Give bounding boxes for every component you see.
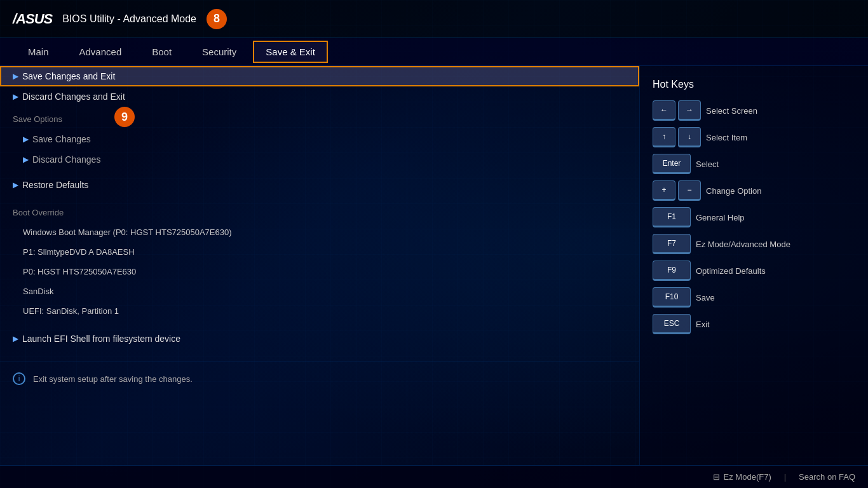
- key-f10: F10: [653, 287, 691, 308]
- key-group: F7: [653, 234, 691, 254]
- hotkey-label: Select: [696, 159, 719, 169]
- ez-mode-icon: ⊟: [713, 472, 720, 482]
- arrow-icon: ▶: [23, 135, 29, 144]
- arrow-icon: ▶: [13, 72, 18, 81]
- section-boot-override: Boot Override: [0, 200, 639, 222]
- menu-label: Discard Changes and Exit: [22, 92, 125, 102]
- tab-boot[interactable]: Boot: [137, 38, 187, 65]
- tab-security[interactable]: Security: [187, 38, 252, 65]
- key-group: F1: [653, 207, 691, 227]
- ez-mode-item[interactable]: ⊟ Ez Mode(F7): [713, 472, 771, 482]
- key-group: Enter: [653, 154, 691, 174]
- hotkeys-title: Hot Keys: [653, 79, 855, 90]
- hotkey-label: Select Item: [706, 133, 747, 142]
- header: /ASUS BIOS Utility - Advanced Mode 8: [0, 0, 868, 38]
- tab-save-exit[interactable]: Save & Exit: [253, 41, 328, 63]
- key-minus: −: [678, 180, 701, 201]
- info-icon: i: [13, 372, 25, 385]
- main-area: ▶ Save Changes and Exit ▶ Discard Change…: [0, 66, 868, 465]
- boot-item-sandisk[interactable]: SanDisk: [0, 281, 639, 301]
- boot-label: SanDisk: [23, 287, 53, 296]
- section-label: Boot Override: [13, 208, 64, 217]
- step-badge-9: 9: [114, 107, 135, 127]
- ez-mode-label: Ez Mode(F7): [724, 472, 771, 482]
- info-text: Exit system setup after saving the chang…: [33, 374, 193, 384]
- boot-item-windows[interactable]: Windows Boot Manager (P0: HGST HTS725050…: [0, 222, 639, 242]
- step-badge-8: 8: [207, 9, 227, 29]
- menu-label: Launch EFI Shell from filesystem device: [22, 334, 180, 344]
- key-group: ESC: [653, 314, 691, 334]
- boot-label: P1: SlimtypeDVD A DA8AESH: [23, 247, 135, 257]
- key-f7: F7: [653, 234, 691, 254]
- asus-logo: /ASUS: [13, 11, 52, 27]
- hotkey-label: Exit: [696, 320, 710, 329]
- key-plus: +: [653, 180, 675, 201]
- menu-label: Save Changes and Exit: [22, 71, 115, 81]
- boot-item-uefi-sandisk[interactable]: UEFI: SanDisk, Partition 1: [0, 301, 639, 321]
- hotkey-label: Change Option: [706, 186, 761, 196]
- boot-label: Windows Boot Manager (P0: HGST HTS725050…: [23, 227, 232, 237]
- faq-label: Search on FAQ: [799, 472, 855, 482]
- boot-item-dvd[interactable]: P1: SlimtypeDVD A DA8AESH: [0, 242, 639, 262]
- key-right-arrow: →: [678, 100, 701, 121]
- left-panel: ▶ Save Changes and Exit ▶ Discard Change…: [0, 66, 639, 465]
- boot-label: P0: HGST HTS725050A7E630: [23, 267, 136, 276]
- menu-item-discard-exit[interactable]: ▶ Discard Changes and Exit: [0, 86, 639, 107]
- section-save-options: Save Options: [0, 107, 639, 129]
- info-bar: i Exit system setup after saving the cha…: [0, 362, 639, 395]
- key-enter: Enter: [653, 154, 691, 174]
- key-esc: ESC: [653, 314, 691, 334]
- tab-advanced[interactable]: Advanced: [64, 38, 137, 65]
- menu-item-restore-defaults[interactable]: ▶ Restore Defaults: [0, 175, 639, 195]
- hotkey-save: F10 Save: [653, 287, 855, 308]
- hotkey-exit: ESC Exit: [653, 314, 855, 334]
- menu-label: Discard Changes: [32, 154, 100, 165]
- bottom-divider: |: [784, 472, 786, 482]
- key-f9: F9: [653, 261, 691, 281]
- key-left-arrow: ←: [653, 100, 675, 121]
- arrow-icon: ▶: [13, 92, 18, 101]
- bottom-bar: ⊟ Ez Mode(F7) | Search on FAQ: [0, 465, 868, 488]
- key-group: F10: [653, 287, 691, 308]
- arrow-icon: ▶: [13, 334, 18, 343]
- key-group: F9: [653, 261, 691, 281]
- bios-title: BIOS Utility - Advanced Mode: [62, 13, 196, 25]
- menu-item-efi-shell[interactable]: ▶ Launch EFI Shell from filesystem devic…: [0, 329, 639, 349]
- tab-main[interactable]: Main: [13, 38, 64, 65]
- nav-tabs: Main Advanced Boot Security Save & Exit: [0, 38, 868, 66]
- arrow-icon: ▶: [13, 180, 18, 189]
- key-up-arrow: ↑: [653, 127, 675, 147]
- hotkey-label: Select Screen: [706, 106, 757, 116]
- hotkey-label: Ez Mode/Advanced Mode: [696, 240, 790, 249]
- key-group: ← →: [653, 100, 701, 121]
- hotkey-select-screen: ← → Select Screen: [653, 100, 855, 121]
- hotkey-label: Save: [696, 293, 715, 302]
- key-f1: F1: [653, 207, 691, 227]
- hotkey-select-item: ↑ ↓ Select Item: [653, 127, 855, 147]
- menu-label: Restore Defaults: [22, 180, 88, 190]
- hotkey-ez-mode: F7 Ez Mode/Advanced Mode: [653, 234, 855, 254]
- faq-item[interactable]: Search on FAQ: [799, 472, 855, 482]
- menu-item-discard-changes[interactable]: ▶ Discard Changes: [0, 149, 639, 170]
- hot-keys-panel: Hot Keys ← → Select Screen ↑ ↓ Select It…: [639, 66, 868, 465]
- hotkey-label: Optimized Defaults: [696, 266, 766, 276]
- key-down-arrow: ↓: [678, 127, 701, 147]
- menu-label: Save Changes: [32, 134, 91, 144]
- hotkey-optimized-defaults: F9 Optimized Defaults: [653, 261, 855, 281]
- menu-item-save-changes[interactable]: ▶ Save Changes: [0, 129, 639, 149]
- key-group: ↑ ↓: [653, 127, 701, 147]
- section-label: Save Options: [13, 114, 62, 124]
- key-group: + −: [653, 180, 701, 201]
- boot-label: UEFI: SanDisk, Partition 1: [23, 306, 119, 316]
- hotkey-change-option: + − Change Option: [653, 180, 855, 201]
- arrow-icon: ▶: [23, 155, 29, 164]
- menu-item-save-exit[interactable]: ▶ Save Changes and Exit: [0, 66, 639, 86]
- boot-item-hgst[interactable]: P0: HGST HTS725050A7E630: [0, 262, 639, 281]
- hotkey-label: General Help: [696, 213, 745, 222]
- hotkey-general-help: F1 General Help: [653, 207, 855, 227]
- hotkey-select: Enter Select: [653, 154, 855, 174]
